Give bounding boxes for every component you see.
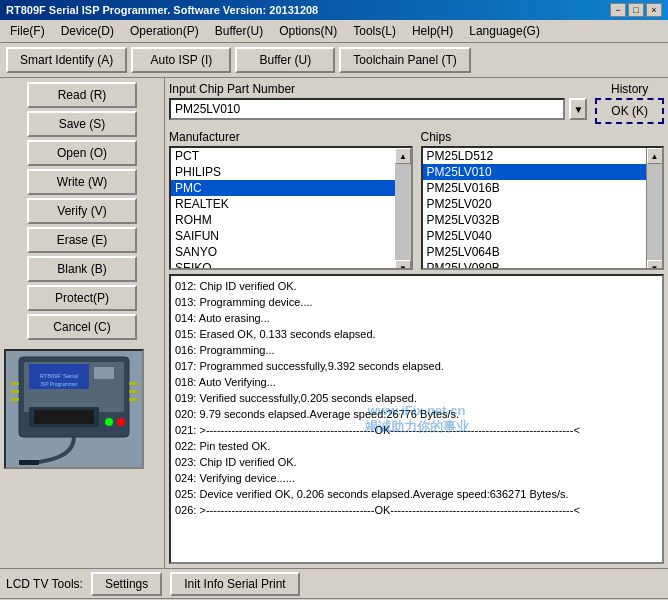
chip-input-group: Input Chip Part Number ▼ [169,82,587,120]
blank-button[interactable]: Blank (B) [27,256,137,282]
mfr-PCT[interactable]: PCT [171,148,395,164]
svg-rect-9 [11,390,19,393]
menu-tools[interactable]: Tools(L) [347,22,402,40]
mfr-PHILIPS[interactable]: PHILIPS [171,164,395,180]
chips-list[interactable]: PM25LD512 PM25LV010 PM25LV016B PM25LV020… [421,146,665,270]
log-line: 013: Programming device.... [175,294,658,310]
mfr-scroll-up[interactable]: ▲ [395,148,411,164]
log-line: 012: Chip ID verified OK. [175,278,658,294]
log-line: 021: >----------------------------------… [175,422,658,438]
chips-scroll-up[interactable]: ▲ [647,148,663,164]
smart-identify-button[interactable]: Smart Identify (A) [6,47,127,73]
log-line: 025: Device verified OK, 0.206 seconds e… [175,486,658,502]
mfr-ROHM[interactable]: ROHM [171,212,395,228]
left-panel: Read (R) Save (S) Open (O) Write (W) Ver… [0,78,165,568]
open-button[interactable]: Open (O) [27,140,137,166]
mfr-SEIKO[interactable]: SEIKO [171,260,395,270]
svg-point-15 [105,418,113,426]
menu-language[interactable]: Language(G) [463,22,546,40]
log-line: 014: Auto erasing... [175,310,658,326]
device-image: RT809F Serial ISP Programmer [4,349,144,469]
init-info-button[interactable]: Init Info Serial Print [170,572,299,596]
read-button[interactable]: Read (R) [27,82,137,108]
close-button[interactable]: × [646,3,662,17]
svg-rect-11 [129,382,137,385]
log-line: 022: Pin tested OK. [175,438,658,454]
erase-button[interactable]: Erase (E) [27,227,137,253]
auto-isp-button[interactable]: Auto ISP (I) [131,47,231,73]
log-line: 018: Auto Verifying... [175,374,658,390]
lcd-tv-tools-label: LCD TV Tools: [6,577,83,591]
chip-PM25LV080B[interactable]: PM25LV080B [423,260,647,270]
main-content: Read (R) Save (S) Open (O) Write (W) Ver… [0,78,668,568]
manufacturer-list[interactable]: PCT PHILIPS PMC REALTEK ROHM SAIFUN SANY… [169,146,413,270]
history-label: History [611,82,648,96]
mfr-scroll-down[interactable]: ▼ [395,260,411,270]
bottom-bar: LCD TV Tools: Settings Init Info Serial … [0,568,668,598]
chip-PM25LV032B[interactable]: PM25LV032B [423,212,647,228]
log-line: 020: 9.79 seconds elapsed.Average speed:… [175,406,658,422]
window-controls: − □ × [610,3,662,17]
settings-button[interactable]: Settings [91,572,162,596]
menu-operation[interactable]: Operation(P) [124,22,205,40]
toolchain-panel-button[interactable]: Toolchain Panel (T) [339,47,470,73]
protect-button[interactable]: Protect(P) [27,285,137,311]
toolbar: Smart Identify (A) Auto ISP (I) Buffer (… [0,43,668,78]
chip-PM25LV010[interactable]: PM25LV010 [423,164,647,180]
chips-scroll-down[interactable]: ▼ [647,260,663,270]
log-lines-container: 012: Chip ID verified OK.013: Programmin… [175,278,658,518]
chip-PM25LV064B[interactable]: PM25LV064B [423,244,647,260]
svg-rect-10 [11,398,19,401]
log-line: 016: Programming... [175,342,658,358]
chip-PM25LV020[interactable]: PM25LV020 [423,196,647,212]
chips-list-group: Chips PM25LD512 PM25LV010 PM25LV016B PM2… [421,130,665,270]
maximize-button[interactable]: □ [628,3,644,17]
save-button[interactable]: Save (S) [27,111,137,137]
chips-scrollbar: ▲ ▼ [646,148,662,270]
chip-PM25LD512[interactable]: PM25LD512 [423,148,647,164]
manufacturer-list-group: Manufacturer PCT PHILIPS PMC REALTEK ROH… [169,130,413,270]
manufacturer-label: Manufacturer [169,130,413,144]
log-area[interactable]: www.iFix.net.cn 竭诚助力你的事业 012: Chip ID ve… [169,274,664,564]
menu-device[interactable]: Device(D) [55,22,120,40]
verify-button[interactable]: Verify (V) [27,198,137,224]
mfr-REALTEK[interactable]: REALTEK [171,196,395,212]
buffer-button[interactable]: Buffer (U) [235,47,335,73]
log-line: 024: Verifying device...... [175,470,658,486]
menu-options[interactable]: Options(N) [273,22,343,40]
log-line: 023: Chip ID verified OK. [175,454,658,470]
chips-items: PM25LD512 PM25LV010 PM25LV016B PM25LV020… [423,148,647,270]
mfr-scroll-track[interactable] [395,164,411,260]
svg-rect-8 [11,382,19,385]
mfr-PMC[interactable]: PMC [171,180,395,196]
svg-rect-14 [19,460,39,465]
svg-point-16 [117,418,125,426]
manufacturer-items: PCT PHILIPS PMC REALTEK ROHM SAIFUN SANY… [171,148,395,270]
ok-button[interactable]: OK (K) [595,98,664,124]
write-button[interactable]: Write (W) [27,169,137,195]
history-section: History OK (K) [595,82,664,124]
mfr-SAIFUN[interactable]: SAIFUN [171,228,395,244]
svg-rect-13 [129,398,137,401]
menu-help[interactable]: Help(H) [406,22,459,40]
app-title: RT809F Serial ISP Programmer. Software V… [6,4,318,16]
chip-PM25LV040[interactable]: PM25LV040 [423,228,647,244]
chip-input-label: Input Chip Part Number [169,82,587,96]
menu-buffer[interactable]: Buffer(U) [209,22,269,40]
cancel-button[interactable]: Cancel (C) [27,314,137,340]
minimize-button[interactable]: − [610,3,626,17]
chips-scroll-track[interactable] [647,164,663,260]
chip-section: Input Chip Part Number ▼ History OK (K) [169,82,664,124]
chip-PM25LV016B[interactable]: PM25LV016B [423,180,647,196]
menu-file[interactable]: File(F) [4,22,51,40]
chip-dropdown-arrow[interactable]: ▼ [569,98,587,120]
chip-part-input[interactable] [169,98,565,120]
chips-label: Chips [421,130,665,144]
log-line: 015: Erased OK, 0.133 seconds elapsed. [175,326,658,342]
svg-rect-5 [94,367,114,379]
log-line: 019: Verified successfully,0.205 seconds… [175,390,658,406]
chip-input-row: ▼ [169,98,587,120]
log-line: 026: >----------------------------------… [175,502,658,518]
svg-text:RT809F Serial: RT809F Serial [40,373,79,379]
mfr-SANYO[interactable]: SANYO [171,244,395,260]
